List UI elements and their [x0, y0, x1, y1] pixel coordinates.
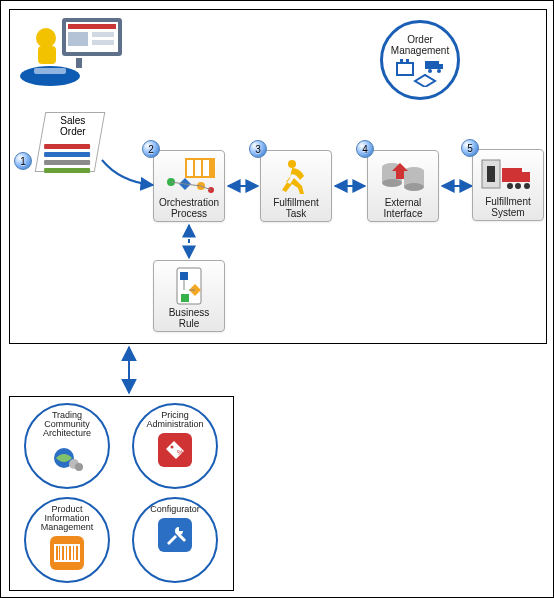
business-rule-icon [156, 263, 222, 308]
business-rule-label: BusinessRule [169, 308, 210, 329]
svg-point-51 [75, 463, 83, 471]
product-info-mgmt-circle: ProductInformationManagement [24, 497, 110, 583]
svg-rect-59 [69, 546, 71, 560]
order-management-circle: OrderManagement [380, 20, 460, 100]
svg-rect-36 [181, 294, 189, 302]
order-management-label: OrderManagement [391, 34, 449, 56]
svg-rect-12 [400, 59, 403, 63]
barcode-icon [50, 536, 84, 570]
orchestration-process-icon [156, 153, 222, 198]
fulfillment-task-node: FulfillmentTask [260, 150, 332, 222]
svg-rect-60 [73, 546, 74, 560]
svg-rect-2 [38, 46, 56, 64]
sales-order-doc-icon: SalesOrder [35, 112, 106, 172]
svg-rect-58 [66, 546, 67, 560]
fulfillment-system-node: FulfillmentSystem [472, 149, 544, 221]
diagram-canvas: OrderManagement SalesOrder 1 [0, 0, 554, 598]
svg-rect-19 [187, 160, 193, 176]
trading-community-arch-circle: TradingCommunityArchitecture [24, 403, 110, 489]
callout-badge-3: 3 [249, 140, 267, 158]
svg-rect-42 [487, 166, 495, 182]
sales-order-label: SalesOrder [44, 113, 102, 139]
svg-rect-21 [203, 160, 209, 176]
business-rule-node: BusinessRule [153, 260, 225, 332]
svg-point-16 [428, 69, 432, 73]
fulfillment-task-icon [263, 153, 329, 198]
svg-rect-7 [92, 32, 114, 37]
trading-community-arch-label: TradingCommunityArchitecture [43, 411, 91, 438]
orchestration-process-label: OrchestrationProcess [159, 198, 219, 219]
svg-point-45 [507, 183, 513, 189]
sales-order-lines-icon [40, 141, 94, 176]
svg-rect-15 [439, 64, 443, 69]
order-entry-operator-icon [16, 10, 126, 90]
svg-rect-5 [68, 24, 116, 29]
svg-rect-14 [425, 61, 439, 69]
svg-rect-11 [397, 63, 413, 75]
svg-rect-43 [502, 168, 522, 182]
callout-badge-1: 1 [14, 152, 32, 170]
logistics-icon [395, 59, 445, 87]
svg-rect-13 [406, 59, 409, 63]
svg-rect-10 [34, 68, 66, 74]
svg-point-47 [524, 183, 530, 189]
svg-rect-9 [76, 58, 82, 68]
configurator-circle: Configurator [132, 497, 218, 583]
configurator-label: Configurator [150, 505, 200, 514]
svg-point-1 [36, 28, 56, 48]
pricing-administration-circle: PricingAdministration % [132, 403, 218, 489]
svg-point-17 [437, 69, 441, 73]
svg-rect-6 [68, 32, 88, 46]
globe-people-icon [50, 442, 84, 476]
svg-point-32 [404, 183, 424, 191]
order-management-container: OrderManagement SalesOrder 1 [9, 9, 547, 344]
svg-rect-20 [195, 160, 201, 176]
svg-point-29 [382, 179, 402, 187]
svg-rect-44 [522, 172, 530, 182]
svg-rect-56 [59, 546, 60, 560]
tools-icon [158, 518, 192, 552]
external-interface-node: ExternalInterface [367, 150, 439, 222]
svg-text:%: % [177, 449, 183, 456]
svg-point-26 [288, 160, 296, 168]
callout-badge-5: 5 [461, 139, 479, 157]
svg-rect-34 [180, 272, 188, 280]
price-tag-icon: % [158, 433, 192, 467]
svg-rect-55 [56, 546, 58, 560]
pricing-administration-label: PricingAdministration [146, 411, 203, 429]
external-interface-icon [370, 153, 436, 198]
svg-rect-62 [177, 533, 186, 542]
svg-point-46 [515, 183, 521, 189]
svg-rect-61 [76, 546, 78, 560]
svg-point-52 [171, 446, 174, 449]
product-info-mgmt-label: ProductInformationManagement [41, 505, 94, 532]
dependent-products-container: TradingCommunityArchitecture PricingAdmi… [9, 396, 234, 591]
svg-rect-57 [62, 546, 64, 560]
fulfillment-task-label: FulfillmentTask [273, 198, 319, 219]
external-interface-label: ExternalInterface [384, 198, 423, 219]
orchestration-process-node: OrchestrationProcess [153, 150, 225, 222]
svg-rect-8 [92, 40, 114, 45]
callout-badge-2: 2 [142, 140, 160, 158]
fulfillment-system-icon [475, 152, 541, 197]
callout-badge-4: 4 [356, 140, 374, 158]
fulfillment-system-label: FulfillmentSystem [485, 197, 531, 218]
